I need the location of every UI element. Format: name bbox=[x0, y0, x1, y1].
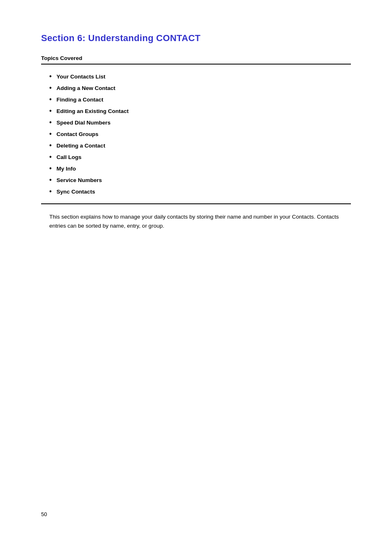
list-item: Call Logs bbox=[49, 153, 351, 161]
list-item: Deleting a Contact bbox=[49, 142, 351, 149]
list-item: Speed Dial Numbers bbox=[49, 119, 351, 126]
list-item: Adding a New Contact bbox=[49, 84, 351, 92]
list-item: Your Contacts List bbox=[49, 73, 351, 80]
section-description: This section explains how to manage your… bbox=[41, 212, 351, 230]
page-container: Section 6: Understanding CONTACT Topics … bbox=[0, 0, 392, 263]
section-title: Section 6: Understanding CONTACT bbox=[41, 33, 351, 44]
list-item: Finding a Contact bbox=[49, 96, 351, 103]
list-item: Sync Contacts bbox=[49, 188, 351, 195]
bullet-list: Your Contacts List Adding a New Contact … bbox=[49, 73, 351, 195]
divider-bottom bbox=[41, 203, 351, 204]
list-item: My Info bbox=[49, 165, 351, 172]
list-item: Contact Groups bbox=[49, 130, 351, 138]
page-number: 50 bbox=[41, 511, 47, 517]
list-item: Service Numbers bbox=[49, 176, 351, 184]
divider-top bbox=[41, 64, 351, 65]
list-item: Editing an Existing Contact bbox=[49, 107, 351, 115]
topics-covered-label: Topics Covered bbox=[41, 55, 351, 61]
